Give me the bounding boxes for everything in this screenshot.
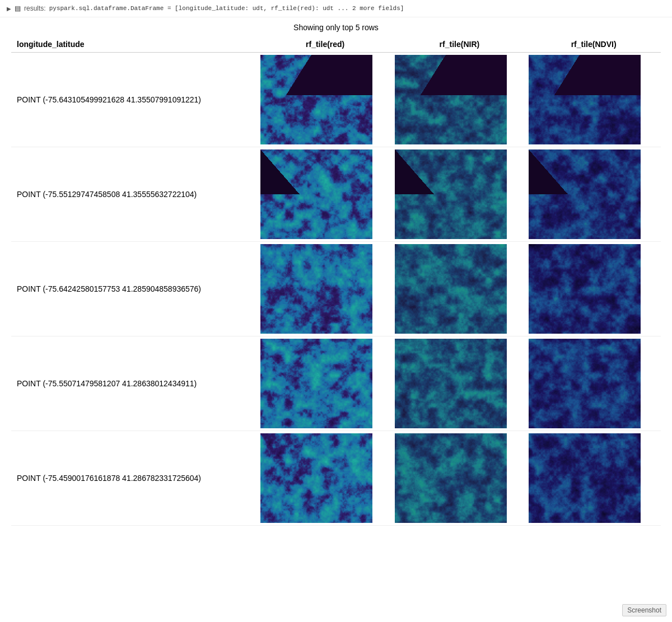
tile-cell-ndvi-row5 — [526, 431, 661, 526]
col-header-ndvi: rf_tile(NDVI) — [526, 36, 661, 53]
results-type: pyspark.sql.dataframe.DataFrame = [longi… — [49, 5, 404, 12]
tile-canvas-nir-row1 — [395, 55, 507, 144]
coord-cell: POINT (-75.55129747458508 41.35555632722… — [11, 147, 258, 242]
table-row: POINT (-75.55129747458508 41.35555632722… — [11, 147, 661, 242]
col-header-nir: rf_tile(NIR) — [393, 36, 527, 53]
tile-canvas-nir-row4 — [395, 339, 507, 428]
table-row: POINT (-75.64242580157753 41.28590485893… — [11, 242, 661, 336]
coord-cell: POINT (-75.45900176161878 41.28678233172… — [11, 431, 258, 526]
tile-cell-ndvi-row1 — [526, 53, 661, 147]
tile-cell-red-row2 — [258, 147, 393, 242]
table-header-row: longitude_latitude rf_tile(red) rf_tile(… — [11, 36, 661, 53]
col-header-coord: longitude_latitude — [11, 36, 258, 53]
tile-canvas-ndvi-row4 — [529, 339, 641, 428]
table-row: POINT (-75.55071479581207 41.28638012434… — [11, 336, 661, 431]
tile-canvas-nir-row5 — [395, 433, 507, 523]
coord-cell: POINT (-75.64242580157753 41.28590485893… — [11, 242, 258, 336]
showing-label: Showing only top 5 rows — [11, 23, 661, 32]
tile-canvas-nir-row2 — [395, 149, 507, 239]
col-header-red: rf_tile(red) — [258, 36, 393, 53]
tile-canvas-red-row4 — [260, 339, 372, 428]
top-bar: ▶ ▤ results: pyspark.sql.dataframe.DataF… — [0, 0, 672, 17]
tile-cell-red-row1 — [258, 53, 393, 147]
tile-canvas-red-row3 — [260, 244, 372, 334]
data-table: longitude_latitude rf_tile(red) rf_tile(… — [11, 36, 661, 526]
table-wrapper: Showing only top 5 rows longitude_latitu… — [0, 17, 672, 537]
tile-canvas-ndvi-row1 — [529, 55, 641, 144]
tile-canvas-ndvi-row2 — [529, 149, 641, 239]
tile-canvas-nir-row3 — [395, 244, 507, 334]
coord-cell: POINT (-75.643105499921628 41.3550799109… — [11, 53, 258, 147]
tile-canvas-ndvi-row3 — [529, 244, 641, 334]
results-label: results: — [24, 4, 46, 12]
tile-canvas-red-row1 — [260, 55, 372, 144]
tile-cell-ndvi-row4 — [526, 336, 661, 431]
coord-cell: POINT (-75.55071479581207 41.28638012434… — [11, 336, 258, 431]
tile-cell-nir-row5 — [393, 431, 527, 526]
tile-cell-red-row5 — [258, 431, 393, 526]
tile-cell-red-row3 — [258, 242, 393, 336]
tile-cell-red-row4 — [258, 336, 393, 431]
tile-canvas-ndvi-row5 — [529, 433, 641, 523]
tile-cell-ndvi-row3 — [526, 242, 661, 336]
tile-cell-nir-row1 — [393, 53, 527, 147]
table-row: POINT (-75.643105499921628 41.3550799109… — [11, 53, 661, 147]
tile-cell-nir-row3 — [393, 242, 527, 336]
tile-cell-nir-row2 — [393, 147, 527, 242]
tile-cell-ndvi-row2 — [526, 147, 661, 242]
tile-canvas-red-row5 — [260, 433, 372, 523]
table-row: POINT (-75.45900176161878 41.28678233172… — [11, 431, 661, 526]
tile-canvas-red-row2 — [260, 149, 372, 239]
expand-arrow-icon[interactable]: ▶ — [7, 6, 11, 12]
tile-cell-nir-row4 — [393, 336, 527, 431]
dataframe-icon: ▤ — [15, 4, 21, 12]
